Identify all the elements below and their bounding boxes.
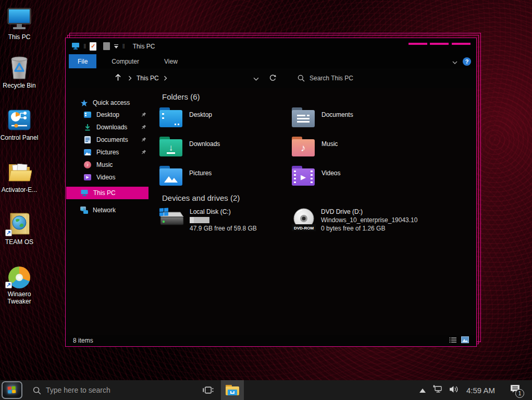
expand-ribbon-button[interactable]: [452, 57, 457, 66]
desktop-icon-recycle-bin[interactable]: Recycle Bin: [0, 54, 39, 89]
items-count: 8 items: [73, 337, 93, 344]
sidebar-item-label: Videos: [96, 174, 115, 181]
sidebar-item-label: Quick access: [93, 99, 130, 106]
winaero-swirl-icon: [0, 262, 39, 288]
tile-label: Documents: [321, 111, 353, 118]
hard-drive-icon: [159, 208, 184, 229]
pin-icon: [139, 111, 148, 120]
videos-folder-icon: ▶: [292, 165, 315, 186]
sidebar-item-pictures[interactable]: Pictures: [66, 146, 155, 159]
tile-label: Desktop: [189, 111, 212, 118]
taskbar: Type here to search 4:59 AM 1: [0, 380, 532, 400]
windows-flag-icon: [159, 208, 168, 216]
drive-capacity: 0 bytes free of 1.26 GB: [321, 225, 417, 232]
windows-flag-icon: [8, 386, 17, 394]
file-explorer-window: ‖ ✓ ‖ This PC File Computer View ?: [65, 38, 477, 347]
desktop-icon-activator[interactable]: Activator-E...: [0, 158, 39, 193]
sidebar-item-label: This PC: [93, 189, 116, 197]
start-button[interactable]: [2, 381, 22, 399]
status-bar: 8 items: [66, 335, 476, 346]
minimize-button[interactable]: [409, 43, 427, 45]
drive-name: Local Disk (C:): [190, 208, 257, 215]
task-view-icon: [203, 386, 214, 395]
disk-usage-bar: [190, 217, 209, 223]
help-button[interactable]: ?: [463, 57, 471, 66]
breadcrumb-this-pc[interactable]: This PC: [137, 75, 159, 82]
ribbon-tab-bar: File Computer View: [66, 54, 476, 68]
sidebar-item-music[interactable]: ♪ Music: [66, 159, 155, 171]
up-button[interactable]: [114, 74, 122, 83]
devices-section-header[interactable]: Devices and drives (2): [162, 193, 240, 202]
sidebar-item-quick-access[interactable]: Quick access: [66, 96, 155, 109]
task-view-button[interactable]: [198, 380, 219, 400]
maximize-button[interactable]: [430, 43, 449, 45]
folder-tile-pictures[interactable]: Pictures: [159, 164, 292, 193]
drive-tile-local-disk[interactable]: Local Disk (C:) 47.9 GB free of 59.8 GB: [159, 207, 292, 236]
properties-quick-button[interactable]: ✓: [90, 42, 96, 51]
navigation-bar: This PC Search This PC: [66, 68, 476, 88]
breadcrumb-chevron-icon[interactable]: [164, 74, 167, 83]
control-panel-icon: [0, 106, 39, 132]
address-dropdown-button[interactable]: [253, 74, 259, 83]
details-view-button[interactable]: [449, 337, 457, 345]
tile-label: Pictures: [189, 169, 212, 177]
download-arrow-icon: [83, 124, 92, 131]
tile-label: Downloads: [189, 140, 220, 148]
new-folder-quick-button[interactable]: [103, 42, 110, 50]
sidebar-item-label: Pictures: [96, 149, 119, 156]
pin-icon: [139, 136, 148, 145]
refresh-button[interactable]: [269, 74, 277, 84]
action-center-button[interactable]: 1: [510, 384, 521, 396]
desktop-icon-control-panel[interactable]: Control Panel: [0, 106, 39, 141]
desktop-icon-this-pc[interactable]: This PC: [0, 5, 39, 41]
folder-tile-music[interactable]: ♪ Music: [292, 135, 424, 164]
tab-computer[interactable]: Computer: [104, 54, 147, 68]
taskbar-search-input[interactable]: Type here to search: [46, 386, 110, 394]
desktop-icon-label: TEAM OS: [0, 238, 39, 246]
sidebar-item-desktop[interactable]: Desktop: [66, 108, 155, 121]
documents-folder-icon: [292, 107, 315, 128]
video-icon: ▶: [83, 174, 92, 180]
folder-tile-videos[interactable]: ▶ Videos: [292, 164, 424, 193]
breadcrumb-chevron-icon[interactable]: [128, 74, 132, 83]
pin-icon: [139, 123, 148, 132]
downloads-folder-icon: ↓: [159, 136, 182, 157]
recycle-bin-icon: [0, 54, 39, 80]
notification-count-badge: 1: [515, 389, 524, 398]
customize-toolbar-button[interactable]: [114, 44, 118, 49]
desktop-icon-label: Control Panel: [0, 134, 39, 141]
sidebar-item-label: Music: [96, 161, 113, 168]
search-placeholder: Search This PC: [310, 75, 353, 82]
tab-file[interactable]: File: [69, 54, 96, 68]
close-button[interactable]: [452, 43, 471, 45]
file-explorer-icon: [226, 385, 239, 395]
tile-label: Videos: [321, 169, 340, 177]
folder-tile-desktop[interactable]: Desktop: [159, 106, 292, 135]
pictures-folder-icon: [159, 165, 182, 186]
taskbar-clock[interactable]: 4:59 AM: [466, 386, 495, 395]
sidebar-item-documents[interactable]: Documents: [66, 134, 155, 146]
folder-with-files-icon: [0, 158, 39, 184]
drive-tile-dvd[interactable]: DVD-ROM DVD Drive (D:) Windows_10_enterp…: [292, 207, 424, 236]
desktop-icon-winaero[interactable]: Winaero Tweaker: [0, 262, 39, 305]
volume-tray-icon[interactable]: [449, 385, 459, 395]
large-icons-view-button[interactable]: [461, 336, 469, 345]
sidebar-item-network[interactable]: Network: [66, 204, 155, 216]
search-box[interactable]: Search This PC: [298, 75, 353, 82]
star-icon: [79, 99, 89, 107]
file-explorer-taskbar-button[interactable]: [221, 380, 244, 400]
title-bar: ‖ ✓ ‖ This PC: [66, 38, 476, 54]
shortcut-arrow-icon: [5, 282, 12, 288]
sidebar-item-downloads[interactable]: Downloads: [66, 121, 155, 134]
tab-view[interactable]: View: [156, 54, 185, 68]
folders-section-header[interactable]: Folders (6): [162, 92, 200, 101]
sidebar-item-videos[interactable]: ▶ Videos: [66, 171, 155, 184]
network-tray-icon[interactable]: [433, 385, 443, 395]
desktop-icon-team-os[interactable]: TEAM OS: [0, 210, 39, 246]
items-view: Folders (6) Desktop Documents ↓ Download…: [155, 88, 476, 335]
show-hidden-icons-button[interactable]: [419, 385, 426, 395]
sidebar-item-this-pc[interactable]: This PC: [66, 187, 149, 199]
dvd-drive-icon: DVD-ROM: [292, 208, 316, 232]
folder-tile-downloads[interactable]: ↓ Downloads: [159, 135, 292, 164]
folder-tile-documents[interactable]: Documents: [292, 106, 424, 135]
